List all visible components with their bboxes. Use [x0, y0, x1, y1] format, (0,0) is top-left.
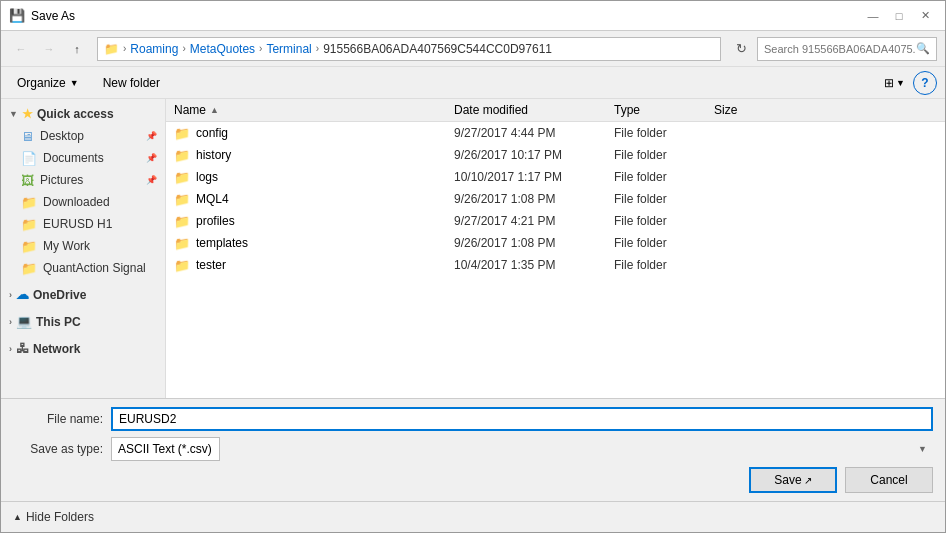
sidebar-item-quantaction[interactable]: 📁 QuantAction Signal	[1, 257, 165, 279]
sidebar-documents-label: Documents	[43, 151, 104, 165]
search-input[interactable]	[764, 43, 916, 55]
filetype-row: Save as type: ASCII Text (*.csv) ▼	[13, 437, 933, 461]
organize-button[interactable]: Organize ▼	[9, 71, 87, 95]
table-row[interactable]: 📁 MQL4 9/26/2017 1:08 PM File folder	[166, 188, 945, 210]
file-date-cell: 9/26/2017 1:08 PM	[446, 234, 606, 252]
breadcrumb-folder-icon: 📁	[104, 42, 119, 56]
sort-arrow-icon: ▲	[210, 105, 219, 115]
cancel-button[interactable]: Cancel	[845, 467, 933, 493]
close-button[interactable]: ✕	[913, 6, 937, 26]
file-size-cell	[706, 219, 786, 223]
file-date-cell: 10/10/2017 1:17 PM	[446, 168, 606, 186]
breadcrumb-metaquotes[interactable]: MetaQuotes	[190, 42, 255, 56]
help-button[interactable]: ?	[913, 71, 937, 95]
breadcrumb-roaming[interactable]: Roaming	[130, 42, 178, 56]
pin-icon-pics: 📌	[146, 175, 157, 185]
sidebar-quick-access-header[interactable]: ▼ ★ Quick access	[1, 103, 165, 125]
sidebar-network-label: Network	[33, 342, 80, 356]
breadcrumb-terminal[interactable]: Terminal	[266, 42, 311, 56]
file-type-cell: File folder	[606, 256, 706, 274]
sidebar-item-downloaded[interactable]: 📁 Downloaded	[1, 191, 165, 213]
file-type-cell: File folder	[606, 190, 706, 208]
up-button[interactable]: ↑	[65, 37, 89, 61]
file-folder-icon: 📁	[174, 192, 190, 207]
file-name-cell: 📁 config	[166, 124, 446, 143]
filetype-select-wrapper: ASCII Text (*.csv) ▼	[111, 437, 933, 461]
quick-access-star-icon: ★	[22, 107, 33, 121]
col-date-header[interactable]: Date modified	[446, 101, 606, 119]
col-name-header[interactable]: Name ▲	[166, 101, 446, 119]
search-box: 🔍	[757, 37, 937, 61]
save-as-dialog: 💾 Save As — □ ✕ ← → ↑ 📁 › Roaming › Meta…	[0, 0, 946, 533]
sidebar: ▼ ★ Quick access 🖥 Desktop 📌 📄 Documents…	[1, 99, 166, 398]
minimize-button[interactable]: —	[861, 6, 885, 26]
table-row[interactable]: 📁 tester 10/4/2017 1:35 PM File folder	[166, 254, 945, 276]
network-icon: 🖧	[16, 341, 29, 356]
col-type-label: Type	[614, 103, 640, 117]
sidebar-onedrive-label: OneDrive	[33, 288, 86, 302]
cursor-icon: ↗	[804, 475, 812, 486]
forward-button[interactable]: →	[37, 37, 61, 61]
file-size-cell	[706, 197, 786, 201]
sidebar-onedrive-header[interactable]: › ☁ OneDrive	[1, 283, 165, 306]
view-chevron-icon: ▼	[896, 78, 905, 88]
file-folder-icon: 📁	[174, 126, 190, 141]
col-type-header[interactable]: Type	[606, 101, 706, 119]
file-name-text: profiles	[196, 214, 235, 228]
filename-input[interactable]	[111, 407, 933, 431]
hide-folders-button[interactable]: ▲ Hide Folders	[13, 506, 94, 528]
filetype-label: Save as type:	[13, 442, 103, 456]
sidebar-item-documents[interactable]: 📄 Documents 📌	[1, 147, 165, 169]
refresh-button[interactable]: ↻	[729, 37, 753, 61]
sidebar-item-eurusd[interactable]: 📁 EURUSD H1	[1, 213, 165, 235]
col-size-label: Size	[714, 103, 737, 117]
file-name-cell: 📁 templates	[166, 234, 446, 253]
sidebar-item-mywork[interactable]: 📁 My Work	[1, 235, 165, 257]
filetype-select[interactable]: ASCII Text (*.csv)	[111, 437, 220, 461]
col-size-header[interactable]: Size	[706, 101, 786, 119]
main-content: ▼ ★ Quick access 🖥 Desktop 📌 📄 Documents…	[1, 99, 945, 398]
downloaded-folder-icon: 📁	[21, 195, 37, 210]
col-date-label: Date modified	[454, 103, 528, 117]
file-folder-icon: 📁	[174, 258, 190, 273]
table-row[interactable]: 📁 profiles 9/27/2017 4:21 PM File folder	[166, 210, 945, 232]
pin-icon: 📌	[146, 131, 157, 141]
hide-folders-row: ▲ Hide Folders	[1, 501, 945, 532]
hide-folders-chevron-icon: ▲	[13, 512, 22, 522]
col-name-label: Name	[174, 103, 206, 117]
back-button[interactable]: ←	[9, 37, 33, 61]
table-row[interactable]: 📁 config 9/27/2017 4:44 PM File folder	[166, 122, 945, 144]
thispc-chevron-icon: ›	[9, 317, 12, 327]
sidebar-item-desktop[interactable]: 🖥 Desktop 📌	[1, 125, 165, 147]
sidebar-quick-access-label: Quick access	[37, 107, 114, 121]
file-size-cell	[706, 131, 786, 135]
sidebar-network-header[interactable]: › 🖧 Network	[1, 337, 165, 360]
onedrive-icon: ☁	[16, 287, 29, 302]
sidebar-section-quick-access: ▼ ★ Quick access 🖥 Desktop 📌 📄 Documents…	[1, 103, 165, 279]
file-type-cell: File folder	[606, 168, 706, 186]
new-folder-button[interactable]: New folder	[95, 71, 168, 95]
file-folder-icon: 📁	[174, 214, 190, 229]
sidebar-thispc-header[interactable]: › 💻 This PC	[1, 310, 165, 333]
file-type-cell: File folder	[606, 146, 706, 164]
file-date-cell: 9/26/2017 1:08 PM	[446, 190, 606, 208]
table-row[interactable]: 📁 templates 9/26/2017 1:08 PM File folde…	[166, 232, 945, 254]
breadcrumb: 📁 › Roaming › MetaQuotes › Terminal › 91…	[97, 37, 721, 61]
save-button[interactable]: Save ↗	[749, 467, 837, 493]
pin-icon-docs: 📌	[146, 153, 157, 163]
onedrive-chevron-icon: ›	[9, 290, 12, 300]
file-size-cell	[706, 263, 786, 267]
file-folder-icon: 📁	[174, 148, 190, 163]
maximize-button[interactable]: □	[887, 6, 911, 26]
table-row[interactable]: 📁 logs 10/10/2017 1:17 PM File folder	[166, 166, 945, 188]
file-type-cell: File folder	[606, 234, 706, 252]
quantaction-folder-icon: 📁	[21, 261, 37, 276]
file-type-cell: File folder	[606, 124, 706, 142]
view-button[interactable]: ⊞ ▼	[880, 71, 909, 95]
sidebar-quantaction-label: QuantAction Signal	[43, 261, 146, 275]
file-size-cell	[706, 241, 786, 245]
file-name-text: tester	[196, 258, 226, 272]
table-row[interactable]: 📁 history 9/26/2017 10:17 PM File folder	[166, 144, 945, 166]
documents-icon: 📄	[21, 151, 37, 166]
sidebar-item-pictures[interactable]: 🖼 Pictures 📌	[1, 169, 165, 191]
